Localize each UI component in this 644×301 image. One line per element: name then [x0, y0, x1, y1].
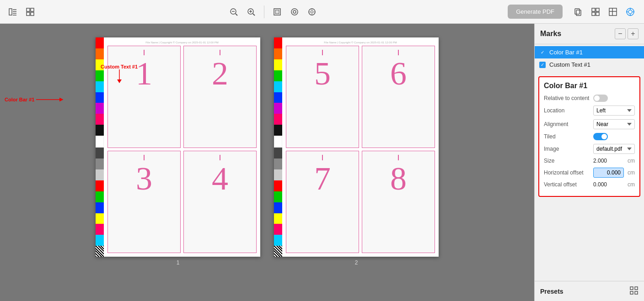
param-relative-to-content: Relative to content: [544, 95, 635, 102]
param-h-offset: Horizontal offset cm: [544, 168, 635, 178]
mark-checkbox-color-bar: [539, 49, 546, 56]
target-panel-button[interactable]: [622, 4, 639, 20]
svg-rect-30: [592, 12, 595, 16]
page-1-inner: File Name | Copyright © Company on 2025-…: [104, 37, 260, 257]
presets-grid-button[interactable]: [629, 286, 639, 296]
card-1: 1: [107, 46, 181, 148]
card-number-8: 8: [390, 162, 407, 195]
page-1: File Name | Copyright © Company on 2025-…: [96, 37, 260, 257]
mark-label-custom-text: Custom Text #1: [549, 61, 590, 68]
right-toolbar: [570, 4, 639, 20]
alignment-select[interactable]: Near Center Far: [593, 119, 635, 129]
card-number-7: 7: [314, 162, 331, 195]
card-tick: [398, 155, 399, 160]
tool-btn-2[interactable]: [23, 5, 38, 19]
h-offset-input[interactable]: [593, 168, 624, 178]
svg-rect-8: [31, 12, 34, 16]
image-select[interactable]: default.pdf: [593, 144, 635, 154]
card-tick: [144, 50, 145, 55]
svg-line-11: [236, 14, 237, 16]
svg-rect-5: [27, 8, 30, 11]
card-number-3: 3: [136, 162, 152, 195]
card-number-1: 1: [136, 57, 152, 90]
card-8: 8: [362, 151, 435, 253]
card-tick: [322, 50, 323, 55]
svg-rect-28: [592, 8, 595, 11]
zoom-in-button[interactable]: [244, 5, 258, 19]
param-v-offset: Vertical offset 0.000 cm: [544, 181, 635, 188]
card-5: 5: [286, 46, 359, 148]
sep-1: [264, 5, 264, 18]
grid-panel-button[interactable]: [587, 4, 604, 20]
svg-rect-17: [275, 10, 279, 14]
marks-title: Marks: [540, 30, 561, 38]
marks-actions: − +: [615, 28, 639, 39]
page-1-wrapper: File Name | Copyright © Company on 2025-…: [96, 37, 260, 266]
copy-panel-button[interactable]: [570, 4, 586, 20]
page-2-label: 2: [355, 259, 358, 266]
marks-list: Color Bar #1 Custom Text #1: [535, 44, 644, 73]
svg-rect-31: [596, 12, 599, 16]
page-2-inner: File Name | Copyright © Company on 2025-…: [282, 37, 439, 257]
color-bar-1: [96, 37, 104, 257]
size-label: Size: [544, 158, 590, 164]
card-number-2: 2: [212, 57, 228, 90]
mark-item-custom-text[interactable]: Custom Text #1: [535, 58, 644, 71]
svg-rect-48: [630, 287, 633, 290]
page-2-wrapper: File Name | Copyright © Company on 2025-…: [274, 37, 439, 266]
relative-to-content-label: Relative to content: [544, 95, 590, 101]
toolbar: Generate PDF: [0, 0, 644, 24]
main: Color Bar #1 Custom Text #1: [0, 24, 644, 301]
right-panel: Marks panel Add/remove marks List of mar…: [534, 24, 644, 301]
alignment-label: Alignment: [544, 121, 590, 127]
page-2: File Name | Copyright © Company on 2025-…: [274, 37, 439, 257]
color-bar-2: [274, 37, 282, 257]
color-bar-annotation: Color Bar #1: [5, 97, 64, 102]
param-size: Size 2.000 cm: [544, 158, 635, 164]
card-tick: [220, 50, 220, 55]
add-mark-button[interactable]: +: [628, 28, 639, 39]
card-number-5: 5: [314, 57, 331, 90]
pages-row: File Name | Copyright © Company on 2025-…: [96, 37, 439, 266]
param-alignment: Alignment Near Center Far: [544, 119, 635, 129]
presets-label: Presets: [540, 288, 564, 295]
svg-rect-49: [635, 287, 638, 290]
svg-rect-26: [576, 10, 581, 16]
fit-page-button[interactable]: [270, 5, 284, 19]
h-offset-unit: cm: [628, 169, 635, 176]
canvas-area[interactable]: Color Bar #1 Custom Text #1: [0, 24, 534, 301]
presets-bar: Presets: [535, 281, 644, 301]
page-1-header: File Name | Copyright © Company on 2025-…: [107, 41, 257, 44]
remove-mark-button[interactable]: −: [615, 28, 626, 39]
card-tick: [398, 50, 399, 55]
svg-rect-0: [9, 9, 12, 15]
fit-width-button[interactable]: [287, 5, 302, 19]
svg-point-36: [628, 10, 632, 14]
v-offset-value: 0.000: [593, 181, 624, 188]
tool-btn-1[interactable]: [5, 5, 20, 19]
mark-label-color-bar: Color Bar #1: [549, 49, 583, 56]
full-screen-button[interactable]: [305, 5, 319, 19]
tiled-toggle[interactable]: [593, 133, 608, 140]
page-2-header: File Name | Copyright © Company on 2025-…: [286, 41, 435, 44]
page-2-grid: 5 6 7 8: [286, 46, 435, 253]
tiled-label: Tiled: [544, 133, 590, 140]
page-1-grid: 1 2 3 4: [107, 46, 257, 253]
layout-panel-button[interactable]: [605, 4, 621, 20]
page-1-label: 1: [177, 259, 180, 266]
location-select[interactable]: Left Right Top Bottom: [593, 106, 635, 116]
mark-checkbox-custom-text: [539, 62, 546, 68]
svg-point-18: [291, 9, 298, 15]
card-tick: [144, 155, 145, 160]
zoom-out-button[interactable]: [226, 5, 241, 19]
param-image: Image default.pdf: [544, 144, 635, 154]
image-label: Image: [544, 146, 590, 152]
card-3: 3: [107, 151, 181, 253]
location-label: Location: [544, 107, 590, 114]
svg-line-15: [253, 14, 255, 16]
v-offset-unit: cm: [628, 181, 635, 188]
svg-rect-51: [635, 291, 638, 294]
relative-to-content-toggle[interactable]: [593, 95, 608, 102]
generate-pdf-button[interactable]: Generate PDF: [508, 5, 563, 19]
mark-item-color-bar[interactable]: Color Bar #1: [535, 46, 644, 58]
